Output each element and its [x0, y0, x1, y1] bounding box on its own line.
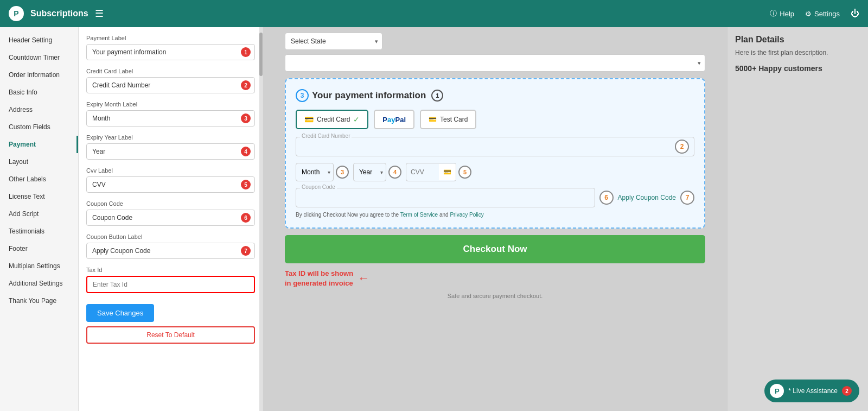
nav-left: P Subscriptions ☰	[9, 6, 104, 21]
sidebar-item-address[interactable]: Address	[0, 101, 78, 118]
cc-number-input[interactable]	[296, 137, 694, 156]
badge-7: 7	[241, 246, 251, 256]
coupon-field-wrap: Coupon Code	[296, 188, 595, 207]
sidebar-item-license-text[interactable]: License Text	[0, 188, 78, 205]
month-select-wrap: Month	[296, 163, 334, 181]
test-card-label: Test Card	[440, 116, 468, 123]
payment-label-group: Payment Label 1	[86, 35, 255, 60]
sidebar-item-layout[interactable]: Layout	[0, 153, 78, 170]
credit-card-icon: 💳	[304, 115, 314, 124]
state-select-wrap: Select State	[285, 33, 382, 50]
power-item[interactable]: ⏻	[851, 9, 859, 18]
credit-card-label-group: Credit Card Label 2	[86, 68, 255, 93]
coupon-code-input[interactable]	[86, 210, 255, 226]
test-card-button[interactable]: 💳 Test Card	[420, 110, 476, 129]
sidebar-item-multiplan[interactable]: Multiplan Settings	[0, 257, 78, 275]
year-select[interactable]: Year	[353, 163, 386, 181]
payment-label-input[interactable]	[86, 44, 255, 60]
hamburger-icon[interactable]: ☰	[95, 8, 104, 20]
payment-label-title: Payment Label	[86, 35, 255, 41]
preview-badge-2: 2	[675, 140, 689, 154]
gear-icon: ⚙	[805, 10, 812, 18]
preview-area: Select State 3 Your payment information …	[263, 27, 727, 305]
live-assist-badge: 2	[842, 386, 852, 396]
badge-6: 6	[241, 213, 251, 223]
live-assistance[interactable]: P * Live Assistance 2	[764, 380, 859, 402]
live-assist-p: P	[775, 387, 780, 395]
preview-badge-6: 6	[599, 191, 614, 205]
coupon-btn-title: Coupon Button Label	[86, 233, 255, 240]
coupon-row: Coupon Code 6 Apply Coupon Code 7	[296, 188, 694, 207]
sidebar-item-order-information[interactable]: Order Information	[0, 66, 78, 84]
tax-annotation-text: Tax ID will be shown in generated invoic…	[285, 269, 353, 288]
help-item[interactable]: ⓘ Help	[770, 9, 794, 18]
expiry-month-title: Expiry Month Label	[86, 101, 255, 108]
settings-item[interactable]: ⚙ Settings	[805, 10, 840, 18]
help-icon: ⓘ	[770, 9, 777, 18]
payment-card: 3 Your payment information 1 💳 Credit Ca…	[285, 78, 705, 229]
expiry-year-input[interactable]	[86, 143, 255, 160]
tax-id-title: Tax Id	[86, 267, 255, 273]
state-select[interactable]: Select State	[285, 33, 382, 50]
credit-card-button[interactable]: 💳 Credit Card ✓	[296, 110, 368, 129]
payment-title-row: 3 Your payment information 1	[296, 89, 694, 102]
sidebar-item-countdown-timer[interactable]: Countdown Timer	[0, 49, 78, 66]
reset-button[interactable]: Reset To Default	[86, 326, 255, 344]
paypal-button[interactable]: PayPal	[374, 110, 414, 129]
cvv-input[interactable]	[86, 176, 255, 193]
coupon-btn-input[interactable]	[86, 243, 255, 259]
tax-id-input[interactable]	[86, 276, 255, 293]
apply-coupon-link[interactable]: Apply Coupon Code	[618, 194, 676, 201]
check-icon: ✓	[353, 115, 360, 124]
sidebar-item-testimonials[interactable]: Testimonials	[0, 223, 78, 240]
tos-link-privacy[interactable]: Privacy Policy	[450, 212, 483, 218]
save-button[interactable]: Save Changes	[86, 304, 154, 322]
sidebar-item-add-script[interactable]: Add Script	[0, 205, 78, 223]
cc-number-field: Credit Card Number 2	[296, 137, 694, 156]
payment-badge-1: 1	[431, 90, 443, 102]
cc-label-input[interactable]	[86, 77, 255, 93]
coupon-btn-group: Coupon Button Label 7	[86, 233, 255, 259]
cvv-group: Cvv Label 5	[86, 167, 255, 193]
right-panel: Plan Details Here is the first plan desc…	[727, 27, 868, 411]
tos-text: By clicking Checkout Now you agree to th…	[296, 212, 694, 218]
app-title: Subscriptions	[30, 9, 88, 18]
sidebar-item-thankyou[interactable]: Thank You Page	[0, 292, 78, 309]
sidebar-item-payment[interactable]: Payment	[0, 136, 78, 153]
preview-top-row: Select State	[285, 33, 705, 50]
sidebar-item-custom-fields[interactable]: Custom Fields	[0, 118, 78, 136]
expiry-month-group: Expiry Month Label 3	[86, 101, 255, 127]
cvv-wrap: 💳	[406, 163, 456, 181]
sidebar-item-basic-info[interactable]: Basic Info	[0, 84, 78, 101]
safe-payment-text: Safe and secure payment checkout.	[285, 293, 705, 299]
sidebar-item-header-setting[interactable]: Header Setting	[0, 31, 78, 49]
cvv-title: Cvv Label	[86, 167, 255, 174]
expiry-month-input[interactable]	[86, 110, 255, 127]
coupon-float-label: Coupon Code	[300, 184, 337, 190]
plan-description: Here is the first plan description.	[735, 49, 860, 56]
sidebar: Header Setting Countdown Timer Order Inf…	[0, 27, 79, 411]
sidebar-item-additional[interactable]: Additional Settings	[0, 275, 78, 292]
cvv-card-icon: 💳	[439, 164, 456, 180]
nav-right: ⓘ Help ⚙ Settings ⏻	[770, 9, 859, 18]
coupon-input[interactable]	[296, 188, 595, 207]
tax-arrow-icon: →	[358, 271, 369, 286]
logo: P	[9, 6, 24, 21]
cvv-field[interactable]	[406, 163, 439, 181]
badge-5: 5	[241, 180, 251, 189]
preview-second-row	[285, 54, 705, 72]
badge-3: 3	[241, 113, 251, 123]
tos-link-service[interactable]: Term of Service	[400, 212, 438, 218]
sidebar-item-other-labels[interactable]: Other Labels	[0, 170, 78, 188]
preview-badge-4: 4	[388, 166, 401, 179]
logo-letter: P	[14, 9, 18, 18]
happy-customers: 5000+ Happy customers	[735, 64, 860, 73]
checkout-button[interactable]: Checkout Now	[285, 235, 705, 263]
month-select[interactable]: Month	[296, 163, 334, 181]
test-card-icon: 💳	[429, 116, 437, 123]
sidebar-item-footer[interactable]: Footer	[0, 240, 78, 257]
credit-card-label: Credit Card	[317, 116, 350, 123]
middle-panel: Select State 3 Your payment information …	[263, 27, 727, 411]
main-layout: Header Setting Countdown Timer Order Inf…	[0, 27, 868, 411]
second-select[interactable]	[285, 54, 705, 72]
